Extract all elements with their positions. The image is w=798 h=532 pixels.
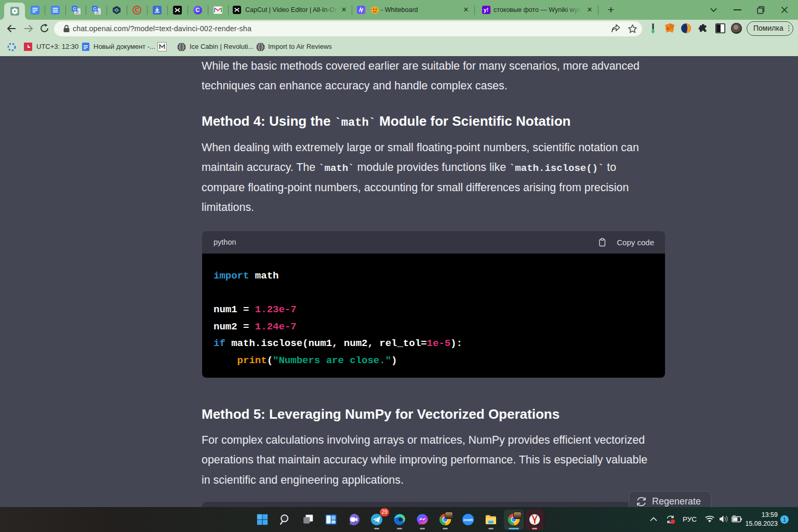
svg-text:G: G [93, 6, 97, 11]
svg-text:y!: y! [484, 7, 488, 13]
svg-text:zoom: zoom [463, 518, 473, 522]
svg-text:G: G [73, 6, 76, 11]
svg-text:C: C [196, 7, 200, 13]
svg-text:C: C [135, 7, 139, 13]
